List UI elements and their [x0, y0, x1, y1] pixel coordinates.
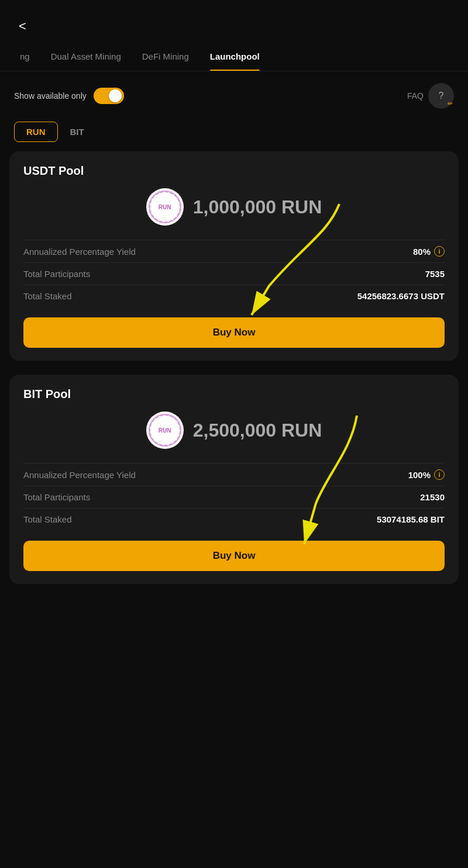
usdt-pool-title: USDT Pool — [23, 164, 445, 178]
question-mark-icon: ? — [439, 91, 444, 101]
bit-pool-card: BIT Pool RUN 2,500,000 RUN Annualized Pe… — [9, 375, 459, 584]
tab-defi-mining[interactable]: DeFi Mining — [132, 42, 199, 71]
usdt-participants-value: 7535 — [425, 269, 445, 279]
bit-buy-now-button[interactable]: Buy Now — [23, 541, 445, 571]
bit-run-logo-inner: RUN — [149, 414, 181, 447]
bit-token-logo: RUN — [146, 411, 184, 449]
bit-pool-title: BIT Pool — [23, 388, 445, 401]
usdt-buy-now-button[interactable]: Buy Now — [23, 317, 445, 348]
toggle-knob — [109, 89, 122, 102]
bit-token-display: RUN 2,500,000 RUN — [23, 411, 445, 449]
bit-staked-row: Total Staked 53074185.68 BIT — [23, 508, 445, 530]
usdt-staked-value: 54256823.6673 USDT — [357, 291, 445, 301]
bit-staked-label: Total Staked — [23, 514, 72, 524]
usdt-apy-label: Annualized Percentage Yield — [23, 247, 136, 257]
usdt-participants-row: Total Participants 7535 — [23, 262, 445, 285]
bit-pool-container: BIT Pool RUN 2,500,000 RUN Annualized Pe… — [0, 375, 468, 584]
usdt-participants-label: Total Participants — [23, 269, 90, 279]
bit-gear-ring-icon — [149, 414, 181, 447]
tab-ng[interactable]: ng — [9, 42, 40, 71]
faq-label[interactable]: FAQ — [407, 91, 424, 101]
usdt-token-display: RUN 1,000,000 RUN — [23, 188, 445, 226]
show-available-label: Show available only — [14, 91, 87, 101]
bit-apy-row: Annualized Percentage Yield 100% i — [23, 463, 445, 486]
sub-tabs: RUN BIT — [0, 115, 468, 151]
show-available-toggle[interactable] — [94, 88, 124, 104]
show-available-section: Show available only — [14, 88, 124, 104]
bit-participants-row: Total Participants 21530 — [23, 486, 445, 508]
bit-token-amount: 2,500,000 RUN — [193, 420, 322, 441]
bit-participants-value: 21530 — [420, 492, 445, 502]
usdt-apy-row: Annualized Percentage Yield 80% i — [23, 240, 445, 262]
edit-icon: ✏ — [448, 100, 453, 108]
run-logo-inner: RUN — [149, 191, 181, 223]
usdt-apy-value: 80% i — [413, 246, 445, 257]
tab-launchpool[interactable]: Launchpool — [199, 42, 270, 71]
usdt-staked-label: Total Staked — [23, 291, 72, 301]
back-button[interactable]: < — [14, 16, 31, 36]
usdt-pool-container: USDT Pool RUN 1,000,000 RUN Annualized P… — [0, 151, 468, 361]
gear-ring-icon — [149, 191, 181, 223]
tab-dual-asset-mining[interactable]: Dual Asset Mining — [40, 42, 132, 71]
controls-row: Show available only FAQ ? ✏ — [0, 71, 468, 115]
bit-apy-info-icon[interactable]: i — [434, 469, 445, 480]
bit-staked-value: 53074185.68 BIT — [377, 514, 445, 524]
sub-tab-bit[interactable]: BIT — [58, 122, 97, 142]
usdt-pool-card: USDT Pool RUN 1,000,000 RUN Annualized P… — [9, 151, 459, 361]
usdt-token-logo: RUN — [146, 188, 184, 226]
bit-apy-label: Annualized Percentage Yield — [23, 470, 136, 480]
tab-bar: ng Dual Asset Mining DeFi Mining Launchp… — [0, 42, 468, 71]
faq-icon-button[interactable]: ? ✏ — [428, 83, 454, 109]
usdt-apy-info-icon[interactable]: i — [434, 246, 445, 257]
faq-area: FAQ ? ✏ — [407, 83, 454, 109]
usdt-staked-row: Total Staked 54256823.6673 USDT — [23, 285, 445, 307]
sub-tab-run[interactable]: RUN — [14, 122, 58, 142]
header: < — [0, 0, 468, 42]
usdt-token-amount: 1,000,000 RUN — [193, 196, 322, 218]
bit-apy-value: 100% i — [408, 469, 445, 480]
bit-participants-label: Total Participants — [23, 492, 90, 502]
